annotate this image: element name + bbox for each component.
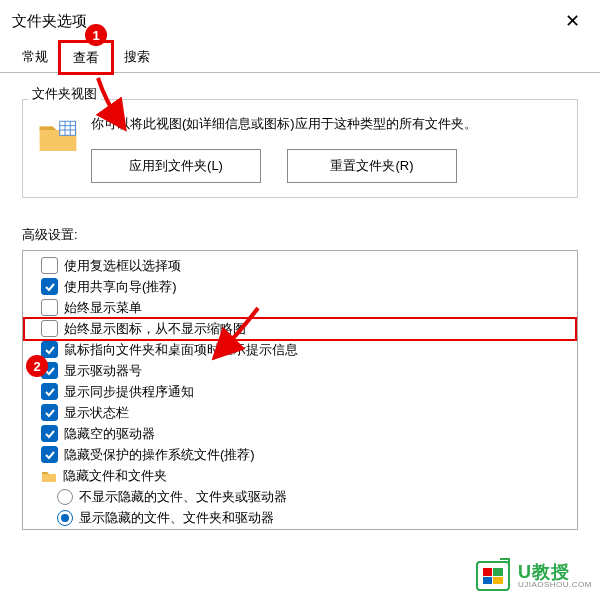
- adv-item-label: 显示状态栏: [64, 404, 129, 422]
- adv-item-label: 隐藏受保护的操作系统文件(推荐): [64, 446, 255, 464]
- adv-item-label: 隐藏空的驱动器: [64, 425, 155, 443]
- radio[interactable]: [57, 489, 73, 505]
- tab-general[interactable]: 常规: [10, 42, 60, 72]
- window-title: 文件夹选项: [12, 12, 87, 31]
- apply-to-folders-button[interactable]: 应用到文件夹(L): [91, 149, 261, 183]
- watermark-icon: [476, 561, 510, 591]
- folder-view-group: 你可以将此视图(如详细信息或图标)应用于这种类型的所有文件夹。 应用到文件夹(L…: [22, 99, 578, 198]
- watermark-text-cn: U教授: [518, 563, 592, 581]
- adv-item-label: 始终显示菜单: [64, 299, 142, 317]
- watermark: U教授 UJIAOSHOU.COM: [476, 561, 592, 591]
- folder-icon: [41, 468, 57, 484]
- close-icon[interactable]: ✕: [557, 8, 588, 34]
- adv-item-label: 显示同步提供程序通知: [64, 383, 194, 401]
- adv-item-label: 不显示隐藏的文件、文件夹或驱动器: [79, 488, 287, 506]
- radio[interactable]: [57, 510, 73, 526]
- checkbox[interactable]: [41, 425, 58, 442]
- adv-item-3[interactable]: 始终显示图标，从不显示缩略图: [25, 319, 575, 339]
- tabs-row: 常规 查看 搜索: [0, 42, 600, 73]
- adv-item-0[interactable]: 使用复选框以选择项: [25, 256, 575, 276]
- adv-item-12[interactable]: 显示隐藏的文件、文件夹和驱动器: [25, 508, 575, 528]
- annotation-badge-1: 1: [85, 24, 107, 46]
- reset-folders-button[interactable]: 重置文件夹(R): [287, 149, 457, 183]
- checkbox[interactable]: [41, 446, 58, 463]
- checkbox[interactable]: [41, 299, 58, 316]
- adv-item-4[interactable]: 鼠标指向文件夹和桌面项时显示提示信息: [25, 340, 575, 360]
- folder-view-description: 你可以将此视图(如详细信息或图标)应用于这种类型的所有文件夹。: [91, 114, 563, 135]
- watermark-text-en: UJIAOSHOU.COM: [518, 581, 592, 589]
- adv-item-1[interactable]: 使用共享向导(推荐): [25, 277, 575, 297]
- tab-view[interactable]: 查看: [60, 42, 112, 73]
- folder-large-icon: [37, 116, 79, 158]
- adv-item-label: 隐藏文件和文件夹: [63, 467, 167, 485]
- adv-item-5[interactable]: 显示驱动器号: [25, 361, 575, 381]
- checkbox[interactable]: [41, 404, 58, 421]
- adv-item-7[interactable]: 显示状态栏: [25, 403, 575, 423]
- checkbox[interactable]: [41, 383, 58, 400]
- content-area: 文件夹视图 你可以将此视图(如详细信息或图标)应用于这种类型的所有文件夹。 应用…: [0, 73, 600, 542]
- adv-item-label: 鼠标指向文件夹和桌面项时显示提示信息: [64, 341, 298, 359]
- adv-item-11[interactable]: 不显示隐藏的文件、文件夹或驱动器: [25, 487, 575, 507]
- checkbox[interactable]: [41, 257, 58, 274]
- folder-view-group-label: 文件夹视图: [28, 85, 101, 103]
- advanced-settings-label: 高级设置:: [22, 226, 578, 244]
- adv-item-label: 显示隐藏的文件、文件夹和驱动器: [79, 509, 274, 527]
- adv-item-label: 使用共享向导(推荐): [64, 278, 177, 296]
- advanced-settings-list[interactable]: 使用复选框以选择项使用共享向导(推荐)始终显示菜单始终显示图标，从不显示缩略图鼠…: [22, 250, 578, 530]
- adv-item-label: 显示驱动器号: [64, 362, 142, 380]
- adv-item-label: 使用复选框以选择项: [64, 257, 181, 275]
- checkbox[interactable]: [41, 341, 58, 358]
- tab-search[interactable]: 搜索: [112, 42, 162, 72]
- svg-rect-0: [60, 121, 76, 135]
- adv-item-2[interactable]: 始终显示菜单: [25, 298, 575, 318]
- checkbox[interactable]: [41, 320, 58, 337]
- adv-item-9[interactable]: 隐藏受保护的操作系统文件(推荐): [25, 445, 575, 465]
- adv-item-10[interactable]: 隐藏文件和文件夹: [25, 466, 575, 486]
- adv-item-6[interactable]: 显示同步提供程序通知: [25, 382, 575, 402]
- adv-item-8[interactable]: 隐藏空的驱动器: [25, 424, 575, 444]
- checkbox[interactable]: [41, 278, 58, 295]
- adv-item-label: 始终显示图标，从不显示缩略图: [64, 320, 246, 338]
- annotation-badge-2: 2: [26, 355, 48, 377]
